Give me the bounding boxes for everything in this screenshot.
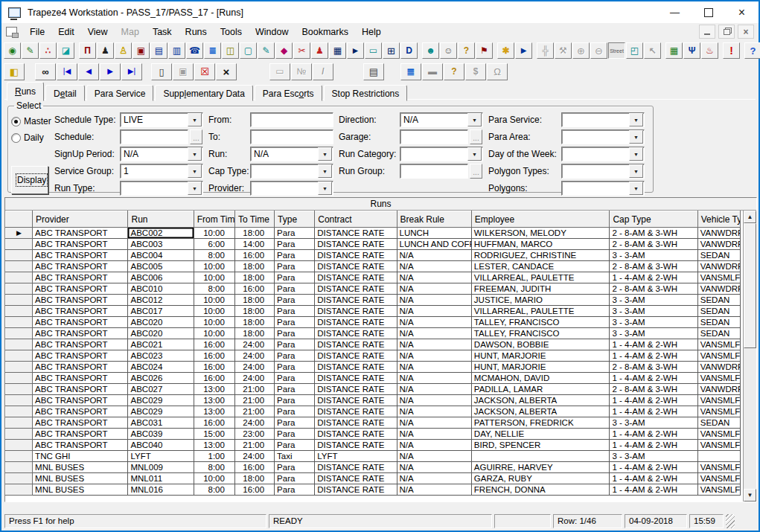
grid-cell[interactable]: Para: [275, 228, 315, 239]
grid-cell[interactable]: 3 - 3-AM: [610, 328, 697, 339]
depot-icon[interactable]: Π: [79, 42, 96, 59]
grid-cell[interactable]: VANSMLF: [697, 440, 740, 451]
grid-cell[interactable]: DISTANCE RATE: [315, 239, 397, 250]
grid-cell[interactable]: VANSMLF: [697, 406, 740, 417]
bus-route-icon[interactable]: ►: [347, 42, 364, 59]
row-selector[interactable]: [6, 295, 33, 306]
avl-antenna-icon[interactable]: Ψ: [683, 42, 700, 59]
garage-browse-button[interactable]: ...: [470, 129, 482, 144]
grid-cell[interactable]: 1 - 4-AM & 2-WH: [610, 350, 697, 362]
row-selector[interactable]: [6, 395, 33, 406]
grid-cell[interactable]: DISTANCE RATE: [315, 306, 397, 317]
mdi-document-icon[interactable]: [6, 27, 17, 36]
stop-scatter-icon[interactable]: ∴: [39, 42, 57, 59]
grid-cell[interactable]: 10:00: [194, 328, 234, 339]
zone-select-icon[interactable]: ▢: [240, 42, 257, 59]
grid-cell[interactable]: MNL011: [128, 473, 194, 484]
grid-cell[interactable]: Para: [275, 462, 315, 473]
grid-cell[interactable]: 1 - 4-AM & 2-WH: [610, 473, 697, 484]
grid-cell[interactable]: ABC TRANSPORT: [33, 417, 128, 429]
map-edit-icon[interactable]: ◪: [57, 42, 74, 59]
grid-cell[interactable]: ABC TRANSPORT: [33, 373, 128, 384]
grid-cell[interactable]: 21:00: [234, 440, 274, 451]
grid-cell[interactable]: 1 - 4-AM & 2-WH: [610, 462, 697, 473]
grid-cell[interactable]: Para: [275, 484, 315, 496]
column-header-provider[interactable]: Provider: [33, 211, 128, 228]
row-selector[interactable]: [6, 239, 33, 250]
grid-cell[interactable]: 16:00: [234, 462, 274, 473]
grid-cell[interactable]: ABC TRANSPORT: [33, 228, 128, 239]
grid-cell[interactable]: 18:00: [234, 306, 274, 317]
para-service-dropdown[interactable]: ▼: [561, 112, 645, 127]
grid-cell[interactable]: 3 - 3-AM: [610, 451, 697, 462]
grid-cell[interactable]: 10:00: [194, 261, 234, 272]
grid-cell[interactable]: 8:00: [194, 484, 234, 496]
grid-cell[interactable]: 3 - 3-AM: [610, 306, 697, 317]
grid-cell[interactable]: SEDAN: [697, 306, 740, 317]
grid-cell[interactable]: DISTANCE RATE: [315, 295, 397, 306]
row-selector[interactable]: ▶: [6, 228, 33, 239]
driver-dark-icon[interactable]: ♟: [97, 42, 114, 59]
radio-master-circle[interactable]: [11, 117, 21, 126]
grid-cell[interactable]: VANWDRP: [697, 228, 740, 239]
grid-cell[interactable]: ABC TRANSPORT: [33, 239, 128, 250]
grid-cell[interactable]: ABC040: [128, 440, 194, 451]
grid-cell[interactable]: N/A: [397, 406, 471, 417]
signup-period-dropdown[interactable]: N/A▼: [120, 147, 203, 161]
map-pages-icon[interactable]: ◫: [222, 42, 239, 59]
grid-cell[interactable]: DISTANCE RATE: [315, 484, 397, 496]
grid-cell[interactable]: VILLARREAL, PAULETTE: [471, 306, 610, 317]
grid-cell[interactable]: 8:00: [194, 283, 234, 295]
grid-cell[interactable]: 21:00: [234, 406, 274, 417]
provider-dropdown[interactable]: ▼: [250, 181, 333, 196]
vehicle-find-icon[interactable]: ?: [444, 63, 464, 80]
grid-cell[interactable]: TALLEY, FRANCISCO: [471, 328, 610, 339]
column-header-employee[interactable]: Employee: [471, 211, 610, 228]
grid-cell[interactable]: N/A: [397, 283, 471, 295]
column-header-from-time[interactable]: From Time: [194, 211, 234, 228]
grid-cell[interactable]: ABC031: [128, 417, 194, 429]
grid-cell[interactable]: DISTANCE RATE: [315, 406, 397, 417]
grid-cell[interactable]: 10:00: [194, 228, 234, 239]
grid-cell[interactable]: ABC002: [128, 228, 194, 239]
grid-cell[interactable]: VANWDRP: [697, 261, 740, 272]
grid-cell[interactable]: AGUIRRE, HARVEY: [471, 462, 610, 473]
chevron-down-icon[interactable]: ▼: [188, 164, 202, 178]
grid-cell[interactable]: 10:00: [194, 272, 234, 283]
grid-cell[interactable]: 2 - 8-AM & 3-WH: [610, 283, 697, 295]
chevron-down-icon[interactable]: ▼: [629, 147, 643, 161]
grid-cell[interactable]: 6:00: [194, 239, 234, 250]
grid-cell[interactable]: 21:00: [234, 395, 274, 406]
grid-cell[interactable]: N/A: [397, 484, 471, 496]
grid-cell[interactable]: 18:00: [234, 295, 274, 306]
find-icon[interactable]: ∞: [35, 63, 56, 80]
radio-daily-circle[interactable]: [11, 133, 21, 143]
grid-cell[interactable]: LESTER, CANDACE: [471, 261, 610, 272]
grid-cell[interactable]: Para: [275, 429, 315, 440]
row-selector[interactable]: [6, 362, 33, 373]
grid-cell[interactable]: ABC TRANSPORT: [33, 440, 128, 451]
bus-gray-icon[interactable]: ▬: [422, 63, 443, 80]
grid-cell[interactable]: N/A: [397, 429, 471, 440]
polygons-dropdown[interactable]: ▼: [561, 181, 645, 196]
grid-cell[interactable]: DISTANCE RATE: [315, 350, 397, 362]
grid-cell[interactable]: 1 - 4-AM & 2-WH: [610, 272, 697, 283]
column-header-vehicle-type[interactable]: Vehicle Type: [697, 211, 740, 228]
grid-cell[interactable]: 18:00: [234, 228, 274, 239]
grid-cell[interactable]: N/A: [397, 462, 471, 473]
grid-cell[interactable]: ABC TRANSPORT: [33, 295, 128, 306]
run-group-browse-button[interactable]: ...: [470, 164, 482, 179]
tab-para-escorts[interactable]: Para Escorts: [255, 85, 322, 101]
grid-cell[interactable]: N/A: [397, 328, 471, 339]
grid-cell[interactable]: 13:00: [194, 440, 234, 451]
grid-cell[interactable]: DISTANCE RATE: [315, 283, 397, 295]
grid-cell[interactable]: Para: [275, 283, 315, 295]
grid-cell[interactable]: DISTANCE RATE: [315, 384, 397, 395]
grid-cell[interactable]: ABC TRANSPORT: [33, 395, 128, 406]
grid-cell[interactable]: 16:00: [194, 339, 234, 350]
grid-cell[interactable]: ABC TRANSPORT: [33, 362, 128, 373]
grid-cell[interactable]: 16:00: [194, 350, 234, 362]
bus-front-icon[interactable]: ▦: [329, 42, 346, 59]
grid-cell[interactable]: Para: [275, 440, 315, 451]
grid-cell[interactable]: 16:00: [234, 250, 274, 261]
